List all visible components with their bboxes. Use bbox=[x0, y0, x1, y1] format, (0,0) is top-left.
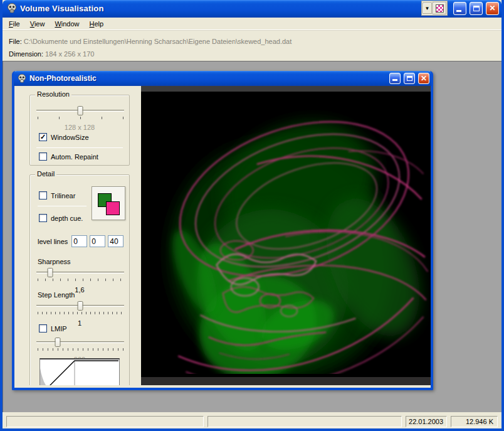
step-length-slider[interactable] bbox=[36, 301, 124, 314]
separator bbox=[38, 206, 87, 206]
separator bbox=[36, 147, 123, 148]
level-line-input-1[interactable] bbox=[71, 235, 87, 247]
child-window-title: Non-Photorealistic bbox=[29, 74, 386, 83]
child-body: Resolution 128 x 128 ✓ WindowSize bbox=[14, 86, 431, 385]
depthcue-row[interactable]: depth cue. bbox=[39, 214, 83, 222]
pattern-icon bbox=[436, 4, 444, 13]
titlebar-toolbar: ▼ bbox=[421, 1, 448, 16]
lmip-slider[interactable] bbox=[36, 337, 124, 351]
file-path: C:\Dokumente und Einstellungen\Henning S… bbox=[24, 38, 291, 45]
main-window: Volume Visualisation ▼ ✕ File View Windo… bbox=[0, 0, 504, 431]
menu-help[interactable]: Help bbox=[85, 19, 109, 29]
close-icon: ✕ bbox=[421, 74, 427, 83]
dimension-value: 184 x 256 x 170 bbox=[45, 50, 94, 58]
sharpness-slider[interactable] bbox=[36, 267, 124, 281]
menu-window[interactable]: Window bbox=[50, 19, 84, 29]
render-canvas[interactable] bbox=[141, 86, 431, 385]
canvas-bottom-strip bbox=[141, 377, 431, 385]
menu-file[interactable]: File bbox=[4, 19, 25, 29]
dimension-info-row: Dimension: 184 x 256 x 170 bbox=[9, 48, 501, 60]
skull-icon bbox=[17, 73, 27, 83]
maximize-button[interactable] bbox=[470, 2, 483, 15]
resolution-legend: Resolution bbox=[35, 90, 71, 98]
dropdown-arrow-icon[interactable]: ▼ bbox=[423, 3, 432, 14]
depthcue-label[interactable]: depth cue. bbox=[51, 215, 83, 222]
status-memory: 12.946 K bbox=[451, 416, 498, 427]
status-date: 22.01.2003 bbox=[406, 416, 447, 427]
canvas-top-strip bbox=[141, 86, 431, 92]
lmip-label[interactable]: LMIP bbox=[51, 325, 67, 333]
pattern-swatch-button[interactable] bbox=[433, 2, 446, 14]
transfer-function-widget[interactable] bbox=[39, 358, 120, 385]
menu-view[interactable]: View bbox=[25, 19, 50, 29]
skull-icon bbox=[6, 3, 18, 14]
pink-color-swatch bbox=[106, 201, 120, 215]
volume-render-svg bbox=[141, 92, 431, 374]
lmip-row[interactable]: LMIP bbox=[39, 324, 67, 333]
autorepaint-label[interactable]: Autom. Repaint bbox=[51, 153, 98, 161]
control-panel: Resolution 128 x 128 ✓ WindowSize bbox=[14, 86, 141, 385]
child-minimize-button[interactable] bbox=[389, 73, 401, 84]
depthcue-checkbox[interactable] bbox=[39, 214, 47, 222]
trilinear-row[interactable]: Trilinear bbox=[39, 191, 75, 200]
level-lines-label: level lines bbox=[38, 238, 68, 245]
lmip-checkbox[interactable] bbox=[39, 324, 47, 333]
child-close-button[interactable]: ✕ bbox=[418, 73, 429, 84]
window-title: Volume Visualisation bbox=[20, 4, 419, 13]
level-line-input-2[interactable] bbox=[90, 235, 105, 247]
child-maximize-button[interactable] bbox=[404, 73, 415, 84]
status-panel-1 bbox=[6, 416, 204, 427]
sharpness-label: Sharpness bbox=[38, 258, 71, 265]
file-info-row: File: C:\Dokumente und Einstellungen\Hen… bbox=[9, 35, 501, 48]
maximize-icon bbox=[407, 76, 412, 81]
slider-track bbox=[36, 341, 124, 343]
slider-thumb[interactable] bbox=[55, 338, 60, 347]
resolution-groupbox: Resolution 128 x 128 ✓ WindowSize bbox=[29, 95, 130, 166]
slider-ticks bbox=[38, 348, 124, 351]
status-panel-2 bbox=[207, 416, 401, 427]
autorepaint-row[interactable]: Autom. Repaint bbox=[39, 152, 98, 161]
detail-groupbox: Detail Trilinear depth cue. bbox=[29, 174, 130, 385]
step-length-label: Step Length bbox=[38, 291, 75, 299]
main-titlebar[interactable]: Volume Visualisation ▼ ✕ bbox=[3, 0, 501, 18]
slider-thumb[interactable] bbox=[48, 268, 53, 277]
windowsize-label[interactable]: WindowSize bbox=[51, 134, 89, 141]
minimize-icon bbox=[392, 79, 397, 81]
dimension-label: Dimension: bbox=[9, 50, 43, 58]
child-titlebar[interactable]: Non-Photorealistic ✕ bbox=[14, 71, 431, 86]
file-label: File: bbox=[9, 38, 22, 45]
minimize-button[interactable] bbox=[453, 2, 466, 15]
resolution-slider[interactable] bbox=[36, 105, 124, 119]
slider-thumb[interactable] bbox=[78, 106, 83, 115]
level-lines-row: level lines bbox=[38, 235, 123, 247]
file-info-panel: File: C:\Dokumente und Einstellungen\Hen… bbox=[3, 30, 501, 61]
resolution-value: 128 x 128 bbox=[30, 124, 129, 131]
minimize-icon bbox=[456, 10, 461, 12]
close-button[interactable]: ✕ bbox=[486, 2, 499, 15]
trilinear-checkbox[interactable] bbox=[39, 191, 47, 200]
windowsize-row[interactable]: ✓ WindowSize bbox=[39, 133, 89, 141]
transfer-function-curve bbox=[40, 359, 119, 385]
windowsize-checkbox[interactable]: ✓ bbox=[39, 133, 47, 141]
level-line-input-3[interactable] bbox=[108, 235, 123, 247]
contour-colors-button[interactable] bbox=[92, 186, 125, 220]
slider-ticks bbox=[38, 117, 124, 119]
child-window: Non-Photorealistic ✕ Resolution bbox=[12, 71, 433, 390]
detail-legend: Detail bbox=[35, 170, 56, 178]
maximize-icon bbox=[473, 6, 480, 11]
menu-bar: File View Window Help bbox=[3, 18, 501, 30]
trilinear-label[interactable]: Trilinear bbox=[51, 192, 75, 200]
autorepaint-checkbox[interactable] bbox=[39, 152, 47, 161]
slider-ticks bbox=[38, 279, 124, 281]
close-icon: ✕ bbox=[489, 4, 495, 13]
status-bar: 22.01.2003 12.946 K bbox=[3, 415, 501, 431]
slider-ticks bbox=[38, 312, 124, 314]
slider-thumb[interactable] bbox=[78, 301, 83, 311]
mdi-client-area: Non-Photorealistic ✕ Resolution bbox=[3, 61, 501, 412]
